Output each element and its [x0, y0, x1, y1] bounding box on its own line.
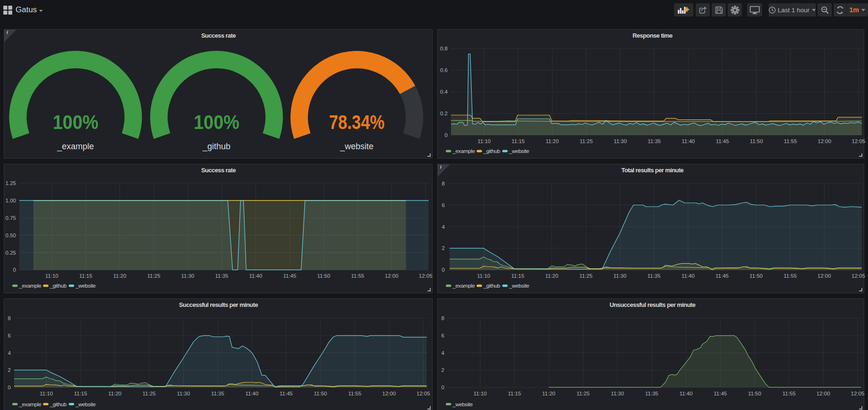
- svg-text:11:20: 11:20: [542, 391, 555, 396]
- svg-text:Success rate: Success rate: [201, 167, 235, 174]
- svg-text:11:10: 11:10: [40, 391, 53, 396]
- svg-text:12:05: 12:05: [852, 273, 865, 279]
- svg-text:_example: _example: [19, 283, 41, 289]
- svg-text:11:40: 11:40: [679, 391, 692, 396]
- svg-text:11:10: 11:10: [45, 273, 58, 279]
- svg-text:0.6: 0.6: [440, 67, 448, 73]
- svg-text:11:40: 11:40: [682, 138, 695, 144]
- svg-text:_example: _example: [452, 283, 475, 289]
- svg-text:11:25: 11:25: [579, 273, 593, 279]
- svg-text:11:30: 11:30: [614, 138, 627, 144]
- svg-text:11:25: 11:25: [143, 391, 156, 396]
- svg-text:0: 0: [442, 385, 444, 390]
- svg-text:11:30: 11:30: [613, 273, 627, 279]
- svg-text:100%: 100%: [53, 111, 98, 133]
- svg-text:0.25: 0.25: [6, 250, 16, 256]
- svg-text:11:30: 11:30: [177, 391, 190, 396]
- svg-text:11:45: 11:45: [280, 391, 293, 396]
- svg-text:2: 2: [442, 245, 445, 251]
- svg-text:12:05: 12:05: [852, 138, 865, 144]
- svg-text:11:55: 11:55: [348, 391, 362, 396]
- svg-text:11:45: 11:45: [715, 273, 729, 279]
- svg-text:11:45: 11:45: [714, 391, 727, 396]
- svg-text:0.75: 0.75: [6, 215, 16, 221]
- svg-text:11:30: 11:30: [181, 273, 194, 279]
- svg-text:12:00: 12:00: [385, 273, 399, 279]
- svg-text:11:20: 11:20: [113, 273, 126, 279]
- svg-text:0: 0: [442, 267, 445, 273]
- svg-text:11:20: 11:20: [108, 391, 121, 396]
- svg-text:6: 6: [442, 202, 445, 208]
- svg-text:11:40: 11:40: [682, 273, 695, 279]
- svg-text:_example: _example: [19, 402, 41, 407]
- svg-text:0: 0: [8, 385, 11, 390]
- svg-text:Response time: Response time: [633, 32, 673, 39]
- svg-text:_website: _website: [509, 283, 530, 289]
- svg-text:100%: 100%: [194, 111, 240, 133]
- svg-text:0.8: 0.8: [440, 46, 448, 51]
- svg-text:11:35: 11:35: [647, 273, 660, 279]
- svg-text:8: 8: [8, 315, 11, 321]
- svg-text:11:15: 11:15: [511, 273, 524, 279]
- svg-text:12:00: 12:00: [382, 391, 396, 396]
- svg-text:Successful results per minute: Successful results per minute: [179, 301, 258, 308]
- svg-text:8: 8: [442, 315, 444, 321]
- svg-text:11:50: 11:50: [317, 273, 330, 279]
- svg-text:11:30: 11:30: [611, 391, 624, 396]
- svg-text:_website: _website: [452, 402, 473, 407]
- svg-text:11:35: 11:35: [645, 391, 659, 396]
- svg-text:11:45: 11:45: [283, 273, 296, 279]
- svg-text:11:40: 11:40: [249, 273, 262, 279]
- svg-text:12:00: 12:00: [818, 138, 831, 144]
- svg-text:4: 4: [442, 350, 445, 356]
- svg-text:0.4: 0.4: [440, 89, 448, 95]
- svg-text:11:50: 11:50: [748, 391, 761, 396]
- svg-text:11:10: 11:10: [474, 391, 487, 396]
- svg-text:0: 0: [13, 267, 16, 273]
- svg-text:Unsuccessful results per minut: Unsuccessful results per minute: [610, 301, 696, 308]
- svg-text:11:15: 11:15: [512, 138, 525, 144]
- svg-text:6: 6: [8, 333, 11, 338]
- svg-text:11:10: 11:10: [477, 273, 490, 279]
- svg-text:11:15: 11:15: [79, 273, 92, 279]
- svg-text:_example: _example: [56, 142, 94, 152]
- svg-text:11:35: 11:35: [211, 391, 224, 396]
- svg-text:6: 6: [442, 333, 444, 338]
- svg-text:0: 0: [445, 132, 448, 138]
- svg-text:4: 4: [442, 224, 445, 230]
- svg-text:_website: _website: [75, 283, 96, 289]
- svg-text:11:55: 11:55: [784, 138, 797, 144]
- svg-text:1.25: 1.25: [6, 180, 16, 186]
- svg-text:11:50: 11:50: [750, 138, 763, 144]
- svg-text:11:15: 11:15: [74, 391, 87, 396]
- svg-text:_example: _example: [452, 148, 475, 154]
- svg-text:11:15: 11:15: [508, 391, 521, 396]
- svg-text:12:05: 12:05: [417, 391, 430, 396]
- svg-text:12:00: 12:00: [818, 273, 831, 279]
- svg-text:_github: _github: [483, 148, 500, 154]
- svg-text:8: 8: [442, 181, 445, 186]
- svg-text:_github: _github: [483, 283, 500, 289]
- svg-text:4: 4: [8, 350, 11, 356]
- svg-text:12:05: 12:05: [419, 273, 433, 279]
- svg-text:11:20: 11:20: [545, 273, 558, 279]
- svg-text:11:50: 11:50: [314, 391, 327, 396]
- svg-text:11:10: 11:10: [478, 138, 491, 144]
- svg-text:Success rate: Success rate: [201, 32, 235, 39]
- svg-text:2: 2: [442, 367, 444, 373]
- svg-text:78.34%: 78.34%: [329, 111, 385, 133]
- svg-text:11:50: 11:50: [749, 273, 763, 279]
- svg-text:_website: _website: [75, 402, 96, 407]
- svg-text:1.00: 1.00: [6, 198, 16, 203]
- svg-text:12:05: 12:05: [851, 391, 865, 396]
- svg-text:11:25: 11:25: [147, 273, 161, 279]
- svg-text:12:00: 12:00: [817, 391, 830, 396]
- svg-text:_github: _github: [49, 283, 66, 289]
- svg-text:Total results per minute: Total results per minute: [621, 167, 683, 174]
- svg-text:11:55: 11:55: [351, 273, 364, 279]
- svg-text:2: 2: [8, 367, 11, 373]
- svg-text:11:35: 11:35: [215, 273, 228, 279]
- svg-text:0.50: 0.50: [6, 233, 16, 238]
- svg-text:11:20: 11:20: [546, 138, 559, 144]
- svg-text:11:55: 11:55: [782, 391, 796, 396]
